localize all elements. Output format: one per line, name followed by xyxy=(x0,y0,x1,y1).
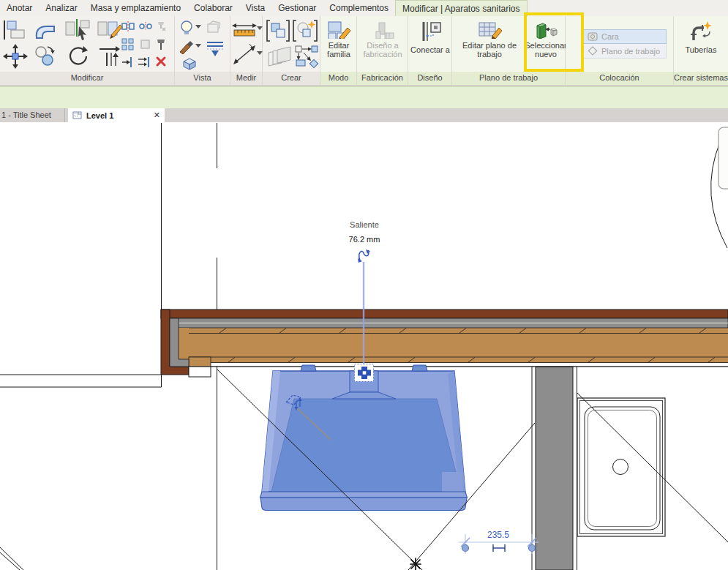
dimension-grip-right[interactable] xyxy=(529,545,536,552)
panel-medir-body xyxy=(230,16,262,72)
tab-vista[interactable]: Vista xyxy=(239,1,271,15)
panel-diseno: Conectar a Diseño xyxy=(408,16,452,85)
diseno-fabricacion-icon xyxy=(370,20,395,39)
selection-box-icon[interactable] xyxy=(181,57,198,70)
saliente-label: Saliente xyxy=(350,220,379,229)
measure-icon[interactable] xyxy=(232,22,257,38)
tuberias-button[interactable]: Tuberías xyxy=(679,16,723,59)
tab-modificar-aparatos-sanitarios[interactable]: Modificar | Aparatos sanitarios xyxy=(395,0,528,16)
delete-icon[interactable] xyxy=(155,56,167,67)
measure-angle-dropdown-icon[interactable] xyxy=(257,51,263,56)
panel-colocacion-body: Cara Plano de trabajo xyxy=(566,16,673,72)
panel-modo-label[interactable]: Modo xyxy=(320,72,356,85)
tab-gestionar[interactable]: Gestionar xyxy=(271,1,323,15)
paintbrush-dropdown-icon[interactable] xyxy=(195,44,201,48)
panel-plano-label[interactable]: Plano de trabajo xyxy=(452,72,565,85)
move-icon[interactable] xyxy=(3,44,28,69)
counter-edge-lines[interactable] xyxy=(0,123,162,387)
hide-window-icon[interactable] xyxy=(206,19,223,35)
seleccionar-nuevo-button[interactable]: Seleccionar nuevo xyxy=(527,16,565,59)
panel-crear-label[interactable]: Crear xyxy=(263,72,320,85)
intersection-marker xyxy=(410,558,421,570)
trim-extend-multiple-icon[interactable] xyxy=(138,56,152,69)
flip-control-icon[interactable] xyxy=(358,250,370,263)
panel-fabricacion: Diseño a fabricación Fabricación xyxy=(357,16,408,85)
pin-icon[interactable] xyxy=(155,38,167,51)
drawing-area[interactable]: 235.5 Saliente 76.2 mm xyxy=(0,122,728,570)
measure-dropdown-icon[interactable] xyxy=(257,26,263,31)
cope-icon[interactable] xyxy=(32,19,59,41)
view-tab-bar: 1 - Title Sheet Level 1 ✕ xyxy=(0,108,728,122)
panel-modificar-body xyxy=(0,16,174,72)
colocacion-cara-option[interactable]: Cara xyxy=(583,29,667,44)
tuberias-icon xyxy=(688,20,714,43)
measure-angle-icon[interactable] xyxy=(232,42,257,66)
paste-icon[interactable] xyxy=(3,19,28,41)
drawing-canvas[interactable]: 235.5 Saliente 76.2 mm xyxy=(0,122,728,570)
colocacion-plano-option[interactable]: Plano de trabajo xyxy=(583,44,667,59)
plano-trabajo-label: Plano de trabajo xyxy=(601,47,660,56)
panel-diseno-label[interactable]: Diseño xyxy=(408,72,451,85)
panel-crear-body xyxy=(263,16,320,72)
editar-plano-de-trabajo-button[interactable]: Editar plano de trabajo xyxy=(457,16,522,59)
align-icon[interactable] xyxy=(97,44,123,69)
view-tab-level-1[interactable]: Level 1 ✕ xyxy=(68,108,165,122)
lightbulb-dropdown-icon[interactable] xyxy=(195,25,201,29)
legend-component-icon[interactable] xyxy=(266,19,290,42)
dimension-style-icon[interactable] xyxy=(493,544,505,552)
tab-colaborar[interactable]: Colaborar xyxy=(187,1,239,15)
editar-plano-label: Editar plano de trabajo xyxy=(457,41,522,59)
panel-colocacion-label[interactable]: Colocación xyxy=(566,72,673,85)
plan-view-icon xyxy=(72,110,82,120)
panel-medir-label[interactable]: Medir xyxy=(230,72,262,85)
array-icon[interactable] xyxy=(121,38,135,51)
split-with-gap-icon[interactable] xyxy=(139,20,152,32)
panel-fabricacion-body: Diseño a fabricación xyxy=(357,16,408,72)
selected-sink[interactable] xyxy=(260,365,468,511)
join-geometry-icon[interactable] xyxy=(97,18,124,41)
panel-modificar: Modificar xyxy=(0,16,175,85)
panel-fabricacion-label[interactable]: Fabricación xyxy=(357,72,408,85)
tab-complementos[interactable]: Complementos xyxy=(323,1,395,15)
temporary-dimension[interactable]: 235.5 xyxy=(459,530,539,554)
tuberias-label: Tuberías xyxy=(685,45,716,54)
tab-anotar[interactable]: Anotar xyxy=(0,1,39,15)
split-element-icon[interactable] xyxy=(121,20,135,32)
move-control-icon[interactable] xyxy=(355,364,374,382)
close-view-icon[interactable]: ✕ xyxy=(154,111,160,119)
workplane-diamond-icon xyxy=(588,46,598,56)
paintbrush-icon[interactable] xyxy=(179,40,195,55)
view-tab-level-1-label: Level 1 xyxy=(86,111,149,120)
diseno-fabricacion-button[interactable]: Diseño a fabricación xyxy=(357,16,408,59)
view-tab-title-sheet[interactable]: 1 - Title Sheet xyxy=(0,108,65,122)
wall-pier[interactable] xyxy=(532,367,577,570)
cara-label: Cara xyxy=(601,32,619,41)
unpin-icon[interactable] xyxy=(155,20,167,32)
rotate-icon[interactable] xyxy=(64,44,89,69)
group-network-icon[interactable] xyxy=(295,45,320,69)
cut-geometry-icon[interactable] xyxy=(64,18,92,41)
tab-analizar[interactable]: Analizar xyxy=(39,1,83,15)
tab-masa-y-emplazamiento[interactable]: Masa y emplazamiento xyxy=(84,1,187,15)
panel-diseno-body: Conectar a xyxy=(408,16,451,72)
navigation-bar[interactable] xyxy=(718,127,728,189)
override-graphics-icon[interactable] xyxy=(206,40,225,57)
editar-familia-label: Editar familia xyxy=(320,41,357,59)
offset-icon[interactable] xyxy=(32,44,57,69)
trim-extend-corner-icon[interactable] xyxy=(121,56,135,69)
panel-colocacion: Cara Plano de trabajo Colocación xyxy=(566,16,674,85)
wall-section[interactable] xyxy=(161,310,728,377)
panel-vista-label[interactable]: Vista xyxy=(175,72,230,85)
conectar-a-button[interactable]: Conectar a xyxy=(408,16,452,59)
editar-familia-button[interactable]: Editar familia xyxy=(320,16,357,59)
panel-crear-sistemas-label[interactable]: Crear sistemas xyxy=(674,72,728,85)
create-similar-icon[interactable] xyxy=(292,19,318,42)
panel-vista: Vista xyxy=(175,16,230,85)
panel-modificar-label[interactable]: Modificar xyxy=(0,72,174,85)
dimension-value[interactable]: 235.5 xyxy=(487,530,509,540)
dimension-grip-left[interactable] xyxy=(462,545,469,552)
saliente-value[interactable]: 76.2 mm xyxy=(349,235,380,244)
duplicate-view-icon[interactable] xyxy=(266,45,293,69)
lightbulb-icon[interactable] xyxy=(179,20,195,37)
group-icon[interactable] xyxy=(139,38,152,51)
